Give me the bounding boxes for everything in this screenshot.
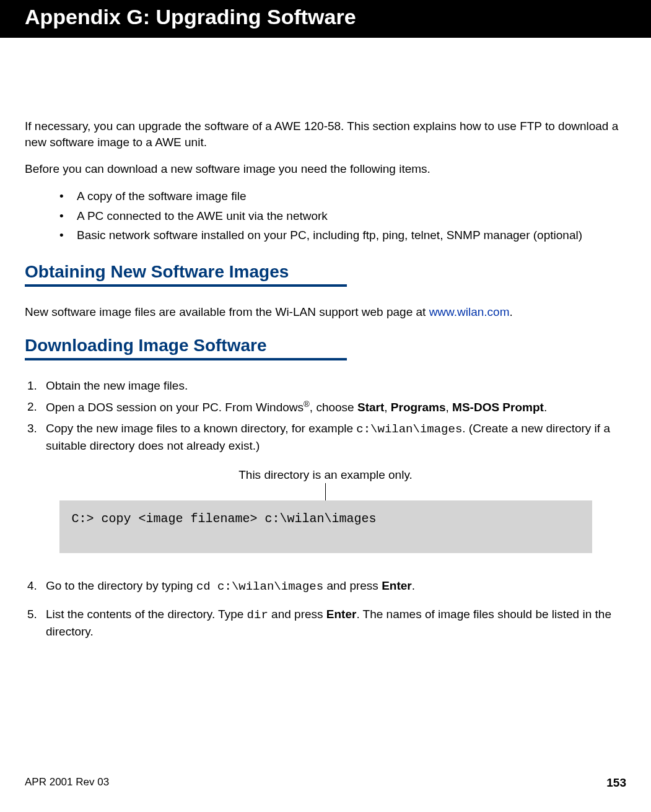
key-enter: Enter <box>326 608 357 621</box>
step-number: 1. <box>27 378 46 394</box>
section-heading-obtaining: Obtaining New Software Images <box>25 262 626 282</box>
code-command: cd c:\wilan\images <box>196 580 323 593</box>
text-fragment: List the contents of the directory. Type <box>46 608 247 621</box>
intro-paragraph-1: If necessary, you can upgrade the softwa… <box>25 118 626 150</box>
ui-label-msdos: MS-DOS Prompt <box>452 401 544 414</box>
key-enter: Enter <box>382 579 412 592</box>
header-title: Appendix G: Upgrading Software <box>25 5 356 28</box>
code-path: c:\wilan\images <box>356 422 462 436</box>
text-fragment: , <box>446 401 453 414</box>
step-number: 5. <box>27 606 46 639</box>
heading-rule <box>25 358 347 360</box>
callout-pointer-line <box>325 483 326 500</box>
callout-label: This directory is an example only. <box>25 468 626 482</box>
steps-list-continued: 4. Go to the directory by typing cd c:\w… <box>25 578 626 639</box>
step-text: Go to the directory by typing cd c:\wila… <box>46 578 415 595</box>
registered-mark: ® <box>304 399 310 409</box>
list-item-text: A copy of the software image file <box>77 188 247 204</box>
step-text: Copy the new image files to a known dire… <box>46 421 626 453</box>
page-content: If necessary, you can upgrade the softwa… <box>0 38 651 639</box>
bullet-icon: • <box>59 208 77 224</box>
step-text: Obtain the new image files. <box>46 378 188 394</box>
footer-date: APR 2001 Rev 03 <box>25 776 109 790</box>
list-item-text: A PC connected to the AWE unit via the n… <box>77 208 328 224</box>
text-fragment: Open a DOS session on your PC. From Wind… <box>46 401 304 414</box>
obtaining-paragraph: New software image files are available f… <box>25 304 626 320</box>
step-item: 2. Open a DOS session on your PC. From W… <box>25 399 626 416</box>
list-item: • A PC connected to the AWE unit via the… <box>59 208 626 224</box>
step-number: 3. <box>27 421 46 453</box>
section-heading-downloading: Downloading Image Software <box>25 336 626 356</box>
page-number: 153 <box>606 776 626 790</box>
step-item: 5. List the contents of the directory. T… <box>25 606 626 639</box>
step-number: 2. <box>27 399 46 416</box>
page-footer: APR 2001 Rev 03 153 <box>25 776 626 790</box>
step-number: 4. <box>27 578 46 595</box>
page-header: Appendix G: Upgrading Software <box>0 0 651 38</box>
intro-paragraph-2: Before you can download a new software i… <box>25 161 626 177</box>
text-fragment: , <box>384 401 391 414</box>
text-fragment: . <box>412 579 415 592</box>
bullet-icon: • <box>59 188 77 204</box>
heading-rule <box>25 284 347 287</box>
text-fragment: and press <box>323 579 382 592</box>
text-fragment: Copy the new image files to a known dire… <box>46 422 356 435</box>
text-fragment: Go to the directory by typing <box>46 579 196 592</box>
support-link[interactable]: www.wilan.com <box>429 305 510 318</box>
text-fragment: . <box>544 401 547 414</box>
step-item: 4. Go to the directory by typing cd c:\w… <box>25 578 626 595</box>
code-command: dir <box>247 608 268 622</box>
list-item: • A copy of the software image file <box>59 188 626 204</box>
list-item-text: Basic network software installed on your… <box>77 227 582 243</box>
step-item: 3. Copy the new image files to a known d… <box>25 421 626 453</box>
bullet-icon: • <box>59 227 77 243</box>
example-callout: This directory is an example only. C:> c… <box>25 468 626 553</box>
requirements-list: • A copy of the software image file • A … <box>59 188 626 243</box>
text-fragment: . <box>510 305 513 318</box>
text-fragment: , choose <box>310 401 357 414</box>
list-item: • Basic network software installed on yo… <box>59 227 626 243</box>
code-example-box: C:> copy <image filename> c:\wilan\image… <box>59 500 592 553</box>
step-text: List the contents of the directory. Type… <box>46 606 626 639</box>
ui-label-programs: Programs <box>391 401 446 414</box>
ui-label-start: Start <box>357 401 384 414</box>
text-fragment: New software image files are available f… <box>25 305 429 318</box>
steps-list: 1. Obtain the new image files. 2. Open a… <box>25 378 626 453</box>
step-item: 1. Obtain the new image files. <box>25 378 626 394</box>
step-text: Open a DOS session on your PC. From Wind… <box>46 399 547 416</box>
text-fragment: and press <box>268 608 326 621</box>
